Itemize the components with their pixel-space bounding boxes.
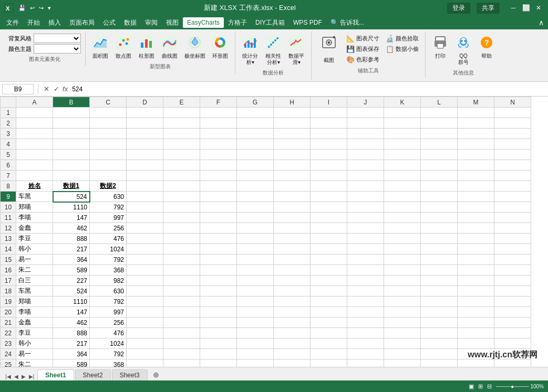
more-quick-btn[interactable]: ▾ [46, 5, 53, 12]
screenshot-btn[interactable]: 截图 [316, 34, 342, 65]
cell-A20[interactable]: 李喵 [16, 307, 53, 317]
cell-N12[interactable] [494, 223, 531, 234]
cell-K1[interactable] [384, 108, 421, 118]
cell-J21[interactable] [347, 317, 384, 328]
cell-D10[interactable] [127, 202, 163, 213]
cell-B1[interactable] [53, 108, 90, 118]
cell-B25[interactable]: 589 [53, 359, 90, 367]
cell-D19[interactable] [127, 296, 163, 307]
cell-I6[interactable] [311, 160, 347, 171]
row-header-19[interactable]: 19 [1, 296, 16, 307]
cell-H14[interactable] [274, 244, 311, 255]
cell-C20[interactable]: 997 [90, 307, 127, 317]
cell-A13[interactable]: 李豆 [16, 234, 53, 244]
menu-easycharts[interactable]: EasyCharts [183, 17, 224, 28]
page-break-btn[interactable]: ⊟ [487, 383, 492, 390]
cell-C7[interactable] [90, 171, 127, 181]
cell-J9[interactable] [347, 192, 384, 202]
cell-G14[interactable] [237, 244, 274, 255]
cell-E11[interactable] [163, 213, 200, 223]
cell-E13[interactable] [163, 234, 200, 244]
cell-D20[interactable] [127, 307, 163, 317]
cell-L4[interactable] [421, 139, 458, 150]
cell-E22[interactable] [163, 328, 200, 338]
row-header-1[interactable]: 1 [1, 108, 16, 118]
row-header-9[interactable]: 9 [1, 192, 16, 202]
cell-D21[interactable] [127, 317, 163, 328]
cell-I20[interactable] [311, 307, 347, 317]
cell-H8[interactable] [274, 181, 311, 192]
minimize-btn[interactable]: ─ [508, 3, 519, 13]
row-header-2[interactable]: 2 [1, 118, 16, 129]
row-header-20[interactable]: 20 [1, 307, 16, 317]
tab-next-btn[interactable]: ▶ [20, 373, 27, 380]
cell-D7[interactable] [127, 171, 163, 181]
cell-N21[interactable] [494, 317, 531, 328]
cell-E25[interactable] [163, 359, 200, 367]
cell-M6[interactable] [458, 160, 494, 171]
col-header-D[interactable]: D [127, 97, 163, 108]
cell-K24[interactable] [384, 349, 421, 359]
cell-H18[interactable] [274, 286, 311, 296]
cell-J3[interactable] [347, 129, 384, 139]
cell-H1[interactable] [274, 108, 311, 118]
cell-G5[interactable] [237, 150, 274, 160]
cell-L23[interactable] [421, 338, 458, 349]
cell-H3[interactable] [274, 129, 311, 139]
cell-F20[interactable] [200, 307, 237, 317]
cell-F15[interactable] [200, 255, 237, 265]
cell-A21[interactable]: 金蠢 [16, 317, 53, 328]
cell-J11[interactable] [347, 213, 384, 223]
cell-L7[interactable] [421, 171, 458, 181]
cell-K23[interactable] [384, 338, 421, 349]
cell-A25[interactable]: 朱二 [16, 359, 53, 367]
row-header-3[interactable]: 3 [1, 129, 16, 139]
cell-H16[interactable] [274, 265, 311, 276]
cell-B21[interactable]: 462 [53, 317, 90, 328]
tab-first-btn[interactable]: |◀ [4, 373, 12, 380]
cell-K19[interactable] [384, 296, 421, 307]
cell-I5[interactable] [311, 150, 347, 160]
tab-last-btn[interactable]: ▶| [28, 373, 36, 380]
cell-N19[interactable] [494, 296, 531, 307]
cell-G11[interactable] [237, 213, 274, 223]
cell-B3[interactable] [53, 129, 90, 139]
color-ref-btn[interactable]: 🎨 色彩参考 [344, 55, 381, 65]
cell-E1[interactable] [163, 108, 200, 118]
cell-C16[interactable]: 368 [90, 265, 127, 276]
cell-N22[interactable] [494, 328, 531, 338]
cell-K18[interactable] [384, 286, 421, 296]
cell-I11[interactable] [311, 213, 347, 223]
cell-B13[interactable]: 888 [53, 234, 90, 244]
chart-size-btn[interactable]: 📐 图表尺寸 [344, 34, 381, 44]
cell-H15[interactable] [274, 255, 311, 265]
cell-I13[interactable] [311, 234, 347, 244]
cell-F2[interactable] [200, 118, 237, 129]
cell-E5[interactable] [163, 150, 200, 160]
cell-K10[interactable] [384, 202, 421, 213]
cell-G25[interactable] [237, 359, 274, 367]
cell-A4[interactable] [16, 139, 53, 150]
cell-M18[interactable] [458, 286, 494, 296]
cell-A19[interactable]: 郑喵 [16, 296, 53, 307]
cell-M4[interactable] [458, 139, 494, 150]
row-header-6[interactable]: 6 [1, 160, 16, 171]
cell-F4[interactable] [200, 139, 237, 150]
row-header-21[interactable]: 21 [1, 317, 16, 328]
cell-N18[interactable] [494, 286, 531, 296]
cell-A10[interactable]: 郑喵 [16, 202, 53, 213]
formula-input[interactable] [72, 84, 546, 94]
col-header-I[interactable]: I [311, 97, 347, 108]
cell-I18[interactable] [311, 286, 347, 296]
row-header-5[interactable]: 5 [1, 150, 16, 160]
cell-G6[interactable] [237, 160, 274, 171]
cell-A11[interactable]: 李喵 [16, 213, 53, 223]
cell-C24[interactable]: 792 [90, 349, 127, 359]
cell-J23[interactable] [347, 338, 384, 349]
cell-N3[interactable] [494, 129, 531, 139]
cell-I21[interactable] [311, 317, 347, 328]
cell-L21[interactable] [421, 317, 458, 328]
cell-H20[interactable] [274, 307, 311, 317]
cell-E10[interactable] [163, 202, 200, 213]
cell-G18[interactable] [237, 286, 274, 296]
